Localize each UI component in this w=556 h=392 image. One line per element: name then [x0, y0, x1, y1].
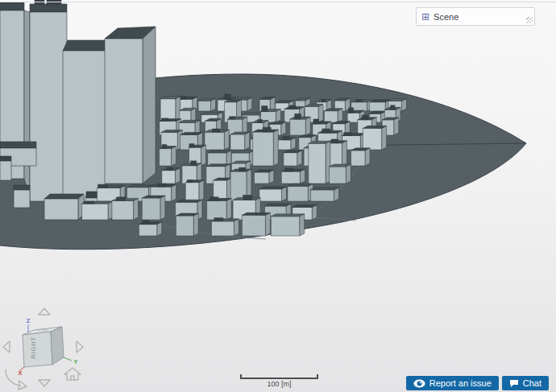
navigation-cube-widget: RIGHT TOP Z X Y	[0, 306, 89, 392]
chat-label: Chat	[523, 378, 541, 388]
scale-bar: 100 [m]	[240, 374, 318, 388]
home-view-icon[interactable]	[64, 368, 81, 380]
rotate-down-arrow[interactable]	[39, 380, 50, 386]
rotate-up-arrow[interactable]	[39, 308, 50, 315]
report-issue-button[interactable]: Report an issue	[406, 376, 499, 390]
panel-resize-handle[interactable]	[526, 17, 533, 23]
chat-bubble-icon	[509, 379, 519, 388]
cube-right-face[interactable]	[51, 327, 64, 365]
y-axis-label: Y	[73, 358, 78, 365]
app-window: ⊞ Scene RIGHT TOP Z X Y	[0, 0, 556, 392]
scene-tree-panel[interactable]: ⊞ Scene	[416, 7, 535, 26]
scale-bar-line	[240, 374, 318, 379]
eye-icon	[413, 379, 425, 388]
cube-face-label: RIGHT	[30, 336, 37, 359]
rotate-right-arrow[interactable]	[77, 341, 83, 353]
chat-button[interactable]: Chat	[502, 376, 549, 390]
footer-buttons: Report an issue Chat	[406, 376, 549, 390]
scene-tree-root-label: Scene	[434, 12, 458, 22]
expand-node-icon[interactable]: ⊞	[421, 12, 429, 22]
z-axis-label: Z	[27, 317, 31, 324]
x-axis-label: X	[18, 369, 23, 377]
report-issue-label: Report an issue	[429, 378, 492, 388]
cube-front-face[interactable]	[23, 332, 52, 367]
window-top-border	[0, 2, 556, 2]
rotate-left-arrow[interactable]	[3, 341, 10, 353]
cube-top-label: TOP	[36, 328, 48, 332]
scale-bar-label: 100 [m]	[240, 380, 318, 388]
view-cube[interactable]	[23, 327, 64, 367]
